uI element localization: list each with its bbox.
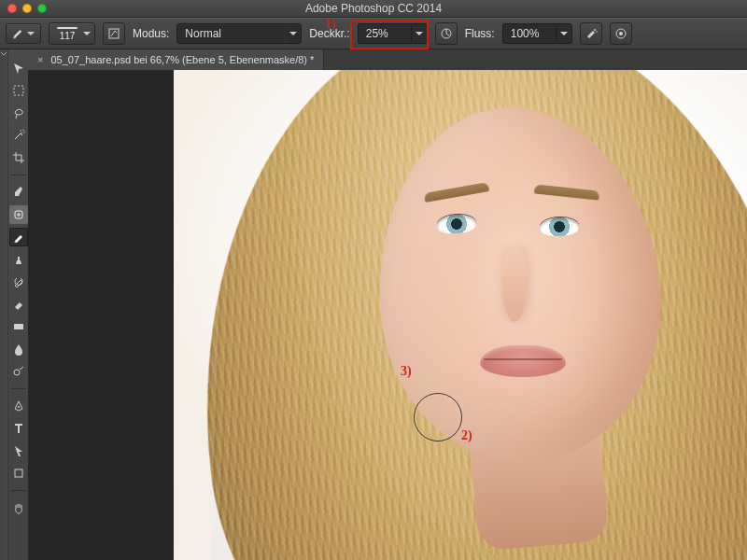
tools-panel [7, 49, 30, 560]
document-tab-strip: × 05_07_haare.psd bei 66,7% (Ebene 5, Eb… [28, 49, 747, 71]
tablet-pressure-icon [440, 27, 453, 40]
type-tool[interactable] [9, 419, 28, 438]
brush-icon [12, 27, 25, 40]
healing-brush-tool[interactable] [9, 205, 28, 224]
chevron-down-icon [285, 24, 301, 43]
history-brush-tool[interactable] [9, 273, 28, 291]
zoom-window-button[interactable] [37, 4, 47, 13]
mode-value: Normal [177, 27, 230, 40]
flow-field[interactable]: 100% [502, 23, 572, 44]
app-title: Adobe Photoshop CC 2014 [305, 2, 442, 15]
tool-separator [11, 388, 26, 389]
eraser-tool[interactable] [9, 295, 28, 314]
window-controls [7, 4, 47, 13]
brush-cursor [414, 393, 462, 441]
svg-point-5 [619, 32, 623, 35]
opacity-dropdown[interactable] [411, 23, 428, 44]
brush-panel-icon [107, 27, 120, 40]
svg-rect-0 [109, 29, 119, 38]
workspace: × 05_07_haare.psd bei 66,7% (Ebene 5, Eb… [0, 49, 747, 560]
photo-eye-right [540, 217, 580, 236]
gradient-tool[interactable] [9, 317, 28, 336]
brush-tool[interactable] [9, 228, 28, 246]
close-window-button[interactable] [7, 4, 17, 13]
chevron-down-icon [416, 30, 423, 37]
canvas-area[interactable]: 3) 2) [28, 70, 747, 560]
pressure-opacity-toggle[interactable] [435, 22, 458, 45]
opacity-field[interactable]: 25% [358, 23, 428, 44]
airbrush-icon [585, 27, 598, 40]
pen-tool[interactable] [9, 397, 28, 415]
title-bar: Adobe Photoshop CC 2014 [0, 0, 747, 18]
photo-lips [480, 345, 566, 377]
path-select-tool[interactable] [9, 441, 28, 460]
document-tab-title: 05_07_haare.psd bei 66,7% (Ebene 5, Eben… [50, 54, 314, 65]
chevron-down-icon [560, 30, 568, 37]
crop-tool[interactable] [9, 148, 28, 167]
tool-preset-picker[interactable] [6, 23, 41, 44]
document-canvas[interactable]: 3) 2) [174, 70, 747, 560]
photo-nose [502, 247, 527, 322]
svg-rect-9 [14, 324, 23, 329]
svg-point-11 [14, 370, 20, 375]
tablet-size-icon [614, 27, 627, 40]
chevron-down-icon [27, 30, 35, 37]
expand-panels-chevron-icon[interactable] [0, 49, 7, 59]
mode-select[interactable]: Normal [176, 23, 302, 44]
svg-point-2 [594, 29, 596, 31]
brush-size-value: 117 [60, 31, 76, 41]
options-bar: 117 Modus: Normal Deckkr.: 25% Fluss: 10… [0, 18, 747, 49]
close-tab-icon[interactable]: × [37, 54, 43, 65]
tool-separator [11, 490, 26, 491]
mode-label: Modus: [133, 27, 169, 40]
shape-tool[interactable] [9, 464, 28, 483]
flow-dropdown[interactable] [556, 23, 572, 44]
clone-stamp-tool[interactable] [9, 250, 28, 269]
svg-rect-6 [14, 86, 23, 95]
svg-point-7 [21, 130, 24, 133]
svg-rect-13 [15, 469, 22, 477]
lasso-tool[interactable] [9, 104, 28, 122]
document-tab[interactable]: × 05_07_haare.psd bei 66,7% (Ebene 5, Eb… [28, 49, 324, 70]
hand-tool[interactable] [9, 498, 28, 517]
chevron-down-icon [83, 30, 91, 37]
brush-preset-picker[interactable]: 117 [49, 22, 95, 45]
svg-point-3 [596, 31, 598, 33]
minimize-window-button[interactable] [22, 4, 32, 13]
blur-tool[interactable] [9, 340, 28, 358]
dodge-tool[interactable] [9, 362, 28, 381]
brush-size-indicator: 117 [53, 27, 81, 41]
eyedropper-tool[interactable] [9, 183, 28, 202]
flow-label: Fluss: [465, 27, 495, 40]
opacity-label: Deckkr.: [309, 27, 349, 40]
svg-point-12 [18, 406, 20, 408]
marquee-tool[interactable] [9, 81, 28, 100]
airbrush-toggle[interactable] [580, 22, 602, 45]
pressure-size-toggle[interactable] [610, 22, 632, 45]
move-tool[interactable] [9, 59, 28, 77]
brush-panel-toggle[interactable] [103, 22, 125, 45]
tool-separator [11, 175, 26, 175]
opacity-value: 25% [358, 23, 411, 44]
flow-value: 100% [502, 23, 556, 44]
quick-select-tool[interactable] [9, 126, 28, 145]
